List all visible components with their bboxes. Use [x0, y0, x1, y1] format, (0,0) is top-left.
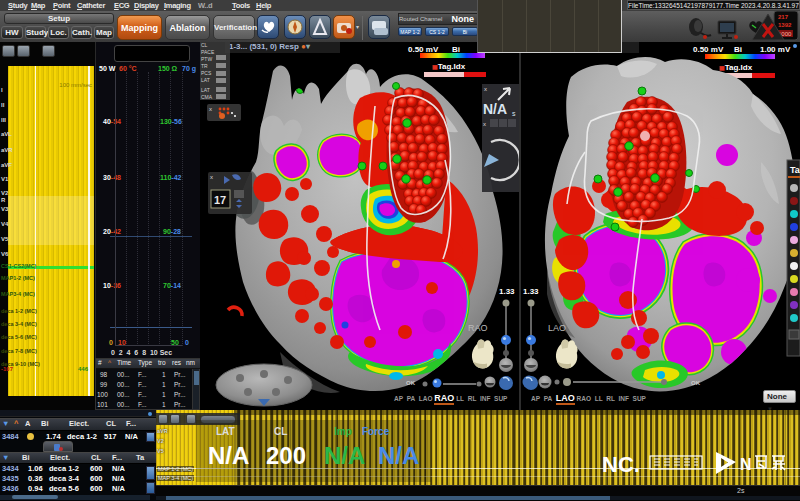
svg-text:Ta: Ta	[790, 165, 800, 175]
svg-text:x: x	[483, 121, 486, 127]
svg-text:1392: 1392	[778, 22, 792, 28]
svg-text:x: x	[484, 86, 487, 92]
svg-text:N/A: N/A	[483, 101, 507, 117]
svg-text:17: 17	[214, 194, 226, 206]
svg-text:1.33: 1.33	[499, 287, 515, 296]
svg-text:1.33: 1.33	[523, 287, 539, 296]
svg-text:RAO: RAO	[468, 323, 488, 333]
svg-text:NC.: NC.	[602, 452, 640, 477]
svg-text:s: s	[512, 110, 516, 117]
svg-text:CMA: CMA	[201, 94, 213, 100]
svg-text:LAT: LAT	[201, 77, 210, 83]
svg-text:N: N	[740, 456, 752, 473]
svg-text:217: 217	[778, 14, 789, 20]
svg-text:PCS: PCS	[201, 70, 212, 76]
svg-text:CL: CL	[201, 42, 208, 48]
svg-text:x: x	[210, 174, 213, 180]
svg-text:LAT: LAT	[201, 87, 210, 93]
svg-text:TR: TR	[201, 63, 208, 69]
svg-text:LAO: LAO	[548, 323, 566, 333]
svg-text:PTW: PTW	[201, 56, 212, 62]
svg-text:x: x	[209, 106, 212, 112]
svg-text:PACE: PACE	[201, 49, 215, 55]
